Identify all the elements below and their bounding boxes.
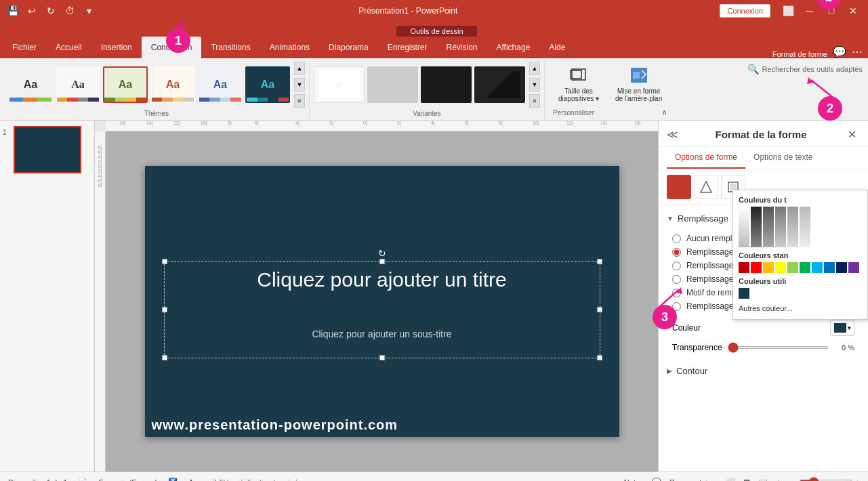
view-slideshow-icon[interactable]: ⏵ bbox=[776, 478, 783, 482]
canvas-container[interactable]: ↻ Cliquez pour ajouter un titre Cliquez … bbox=[106, 131, 658, 472]
variant-scroll-up[interactable]: ▲ bbox=[529, 62, 540, 75]
theme-4[interactable]: Aa bbox=[150, 66, 195, 103]
theme-5[interactable]: Aa bbox=[198, 66, 243, 103]
handle-top-right[interactable] bbox=[597, 259, 602, 264]
slide-title[interactable]: Cliquez pour ajouter un titre bbox=[169, 268, 596, 291]
handle-bottom-center[interactable] bbox=[379, 355, 385, 360]
radio-uni-input[interactable] bbox=[672, 248, 681, 257]
variant-scroll-down[interactable]: ▼ bbox=[529, 78, 540, 91]
contour-header[interactable]: ▶ Contour bbox=[667, 360, 860, 381]
view-reading-icon[interactable]: 📖 bbox=[758, 478, 768, 481]
handle-middle-right[interactable] bbox=[597, 307, 602, 312]
zoom-slider[interactable] bbox=[799, 477, 853, 482]
close-button[interactable]: ✕ bbox=[844, 3, 863, 18]
std-color-4[interactable] bbox=[775, 262, 786, 273]
fill-icon-btn[interactable] bbox=[667, 175, 691, 199]
connexion-button[interactable]: Connexion bbox=[720, 4, 770, 18]
transparency-slider[interactable] bbox=[728, 346, 829, 349]
theme-default[interactable]: Aa bbox=[8, 66, 53, 103]
color-col-6[interactable] bbox=[800, 207, 810, 247]
color-col-2[interactable] bbox=[751, 207, 762, 247]
rechercher-label[interactable]: Rechercher des outils adaptés bbox=[762, 65, 863, 73]
tab-revision[interactable]: Révision bbox=[436, 37, 487, 58]
variant-3[interactable] bbox=[421, 66, 472, 103]
rotate-handle[interactable]: ↻ bbox=[378, 248, 386, 256]
variants-scroll[interactable]: ▲ ▼ ≡ bbox=[529, 62, 540, 108]
theme-3[interactable]: Aa bbox=[103, 66, 148, 103]
variant-1[interactable]: □ bbox=[314, 66, 365, 103]
radio-degrade-input[interactable] bbox=[672, 262, 681, 270]
tab-insertion[interactable]: Insertion bbox=[91, 37, 142, 58]
std-color-3[interactable] bbox=[763, 262, 774, 273]
tab-fichier[interactable]: Fichier bbox=[3, 37, 46, 58]
autosave-icon[interactable]: ⏱ bbox=[62, 3, 77, 18]
tab-aide[interactable]: Aide bbox=[539, 37, 575, 58]
redo-icon[interactable]: ↻ bbox=[43, 3, 58, 18]
tab-accueil[interactable]: Accueil bbox=[46, 37, 91, 58]
slide-main[interactable]: ↻ Cliquez pour ajouter un titre Cliquez … bbox=[145, 166, 619, 437]
zoom-in-icon[interactable]: + bbox=[856, 478, 860, 482]
tab-options-texte[interactable]: Options de texte bbox=[745, 147, 821, 169]
slide-thumbnail[interactable] bbox=[14, 126, 81, 173]
mise-en-forme-btn[interactable]: Mise en formede l'arrière-plan bbox=[610, 64, 667, 105]
comments-btn[interactable]: Commentaires bbox=[669, 478, 718, 482]
tab-options-forme[interactable]: Options de forme bbox=[667, 147, 745, 169]
scroll-more-btn[interactable]: ≡ bbox=[294, 94, 305, 108]
color-col-5[interactable] bbox=[787, 207, 798, 247]
std-color-7[interactable] bbox=[812, 262, 823, 273]
std-color-5[interactable] bbox=[787, 262, 798, 273]
tab-affichage[interactable]: Affichage bbox=[487, 37, 540, 58]
chat-icon[interactable]: 💬 bbox=[833, 45, 846, 58]
std-color-1[interactable] bbox=[739, 262, 749, 273]
variant-2[interactable] bbox=[367, 66, 418, 103]
tab-animations[interactable]: Animations bbox=[260, 37, 319, 58]
color-col-4[interactable] bbox=[775, 207, 786, 247]
view-slide-icon[interactable]: ▦ bbox=[743, 478, 750, 481]
std-color-10[interactable] bbox=[848, 262, 859, 273]
radio-motif-input[interactable] bbox=[672, 289, 681, 297]
std-color-9[interactable] bbox=[836, 262, 847, 273]
tab-diaporama[interactable]: Diaporama bbox=[319, 37, 378, 58]
handle-middle-left[interactable] bbox=[162, 307, 167, 312]
format-panel-back-icon[interactable]: ≪ bbox=[667, 128, 678, 141]
collapse-ribbon-btn[interactable]: ∧ bbox=[661, 108, 667, 117]
color-swatch-btn[interactable]: ▾ bbox=[830, 320, 854, 336]
restore-ribbon-icon[interactable]: ⬜ bbox=[779, 3, 798, 18]
themes-scroll[interactable]: ▲ ▼ ≡ bbox=[294, 62, 305, 108]
format-forme-ribbon-tab[interactable]: Format de forme bbox=[772, 50, 827, 58]
tab-transitions[interactable]: Transitions bbox=[201, 37, 260, 58]
handle-top-left[interactable] bbox=[162, 259, 167, 264]
theme-6[interactable]: Aa bbox=[245, 66, 290, 103]
scroll-up-btn[interactable]: ▲ bbox=[294, 62, 305, 75]
more-icon[interactable]: ▾ bbox=[81, 3, 96, 18]
radio-image-input[interactable] bbox=[672, 275, 681, 284]
autres-couleurs-btn[interactable]: Autres couleur... bbox=[739, 303, 862, 314]
color-col-3[interactable] bbox=[763, 207, 774, 247]
color-picker-panel[interactable]: Couleurs du t Couleurs stan Couleurs uti… bbox=[732, 190, 868, 320]
std-color-2[interactable] bbox=[751, 262, 762, 273]
maximize-button[interactable]: □ bbox=[822, 3, 841, 18]
std-color-6[interactable] bbox=[800, 262, 810, 273]
view-normal-icon[interactable]: ⬜ bbox=[726, 478, 735, 481]
scroll-down-btn[interactable]: ▼ bbox=[294, 78, 305, 91]
handle-top-center[interactable] bbox=[379, 259, 385, 264]
handle-bottom-left[interactable] bbox=[162, 355, 167, 360]
undo-icon[interactable]: ↩ bbox=[24, 3, 39, 18]
used-color-1[interactable] bbox=[739, 288, 749, 299]
taille-diapositives-btn[interactable]: Taille desdiapositives ▾ bbox=[553, 64, 604, 105]
theme-2[interactable]: Aa bbox=[56, 66, 100, 103]
format-panel-close-btn[interactable]: ✕ bbox=[844, 126, 860, 142]
radio-arriere-input[interactable] bbox=[672, 302, 681, 311]
variant-4[interactable] bbox=[474, 66, 525, 103]
share-icon[interactable]: ⋯ bbox=[852, 45, 863, 58]
shape-icon-btn[interactable] bbox=[694, 175, 718, 199]
save-icon[interactable]: 💾 bbox=[5, 3, 20, 18]
variant-scroll-more[interactable]: ≡ bbox=[529, 94, 540, 108]
color-col-1[interactable] bbox=[739, 207, 749, 247]
tab-enregistrer[interactable]: Enregistrer bbox=[378, 37, 437, 58]
notes-btn[interactable]: Notes bbox=[624, 478, 644, 482]
minimize-button[interactable]: ─ bbox=[800, 3, 819, 18]
std-color-8[interactable] bbox=[824, 262, 835, 273]
slide-subtitle[interactable]: Cliquez pour ajouter un sous-titre bbox=[192, 329, 572, 339]
radio-aucun-input[interactable] bbox=[672, 234, 681, 243]
